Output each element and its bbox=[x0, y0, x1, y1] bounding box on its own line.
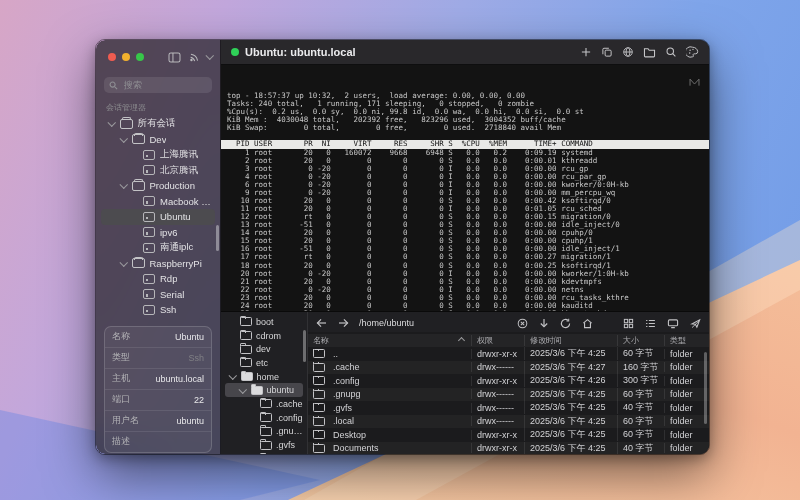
session-tree-item[interactable]: 南通iplc bbox=[101, 240, 215, 256]
file-tree-item[interactable]: dev bbox=[225, 342, 303, 356]
session-tree-item[interactable]: Dev bbox=[101, 132, 215, 148]
property-value: Ssh bbox=[188, 353, 204, 363]
file-tree-item[interactable]: .local bbox=[225, 452, 303, 454]
home-icon[interactable] bbox=[582, 318, 593, 329]
chevron-down-icon[interactable] bbox=[120, 180, 128, 188]
file-perm-cell: drwxr-xr-x bbox=[471, 430, 524, 440]
session-tree-item[interactable]: Ssh bbox=[101, 302, 215, 318]
session-icon bbox=[143, 165, 155, 175]
folder-icon[interactable] bbox=[643, 46, 656, 58]
session-tree-item[interactable]: Serial bbox=[101, 287, 215, 303]
file-row[interactable]: .configdrwxr-xr-x2025/3/6 下午 4:26300 字节f… bbox=[308, 374, 709, 388]
file-tree-item[interactable]: ubuntu bbox=[225, 383, 303, 397]
session-tree-item[interactable]: 北京腾讯 bbox=[101, 163, 215, 179]
chevron-down-icon[interactable] bbox=[108, 118, 116, 126]
property-value: 22 bbox=[194, 395, 204, 405]
chevron-down-icon[interactable] bbox=[120, 258, 128, 266]
globe-icon[interactable] bbox=[622, 46, 634, 58]
broadcast-icon[interactable] bbox=[188, 52, 200, 63]
column-header-type[interactable]: 类型 bbox=[664, 335, 709, 346]
folder-icon bbox=[240, 345, 252, 354]
file-type-cell: folder bbox=[664, 362, 709, 372]
sidebar-scrollbar[interactable] bbox=[216, 225, 219, 251]
file-tree-item[interactable]: home bbox=[225, 370, 303, 384]
session-tree-label: RaspberryPi bbox=[150, 258, 202, 269]
session-tree-item[interactable]: ipv6 bbox=[101, 225, 215, 241]
chevron-down-icon[interactable] bbox=[120, 134, 128, 142]
folder-icon bbox=[260, 427, 272, 436]
duplicate-icon[interactable] bbox=[601, 46, 613, 58]
file-row[interactable]: ..drwxr-xr-x2025/3/6 下午 4:2560 字节folder bbox=[308, 347, 709, 361]
sidebar-toggle-icon[interactable] bbox=[168, 52, 181, 63]
file-perm-cell: drwx------ bbox=[471, 403, 524, 413]
file-tree-scrollbar[interactable] bbox=[303, 330, 306, 362]
download-icon[interactable] bbox=[539, 318, 549, 329]
file-tree-item[interactable]: boot bbox=[225, 315, 303, 329]
file-row[interactable]: Desktopdrwxr-xr-x2025/3/6 下午 4:2560 字节fo… bbox=[308, 428, 709, 442]
file-row[interactable]: .localdrwx------2025/3/6 下午 4:2560 字节fol… bbox=[308, 415, 709, 429]
session-tree-item[interactable]: 所有会话 bbox=[101, 116, 215, 132]
terminal-output[interactable]: top - 18:57:37 up 10:32, 2 users, load a… bbox=[221, 65, 709, 311]
column-header-name[interactable]: 名称 bbox=[308, 335, 471, 346]
forward-arrow-icon[interactable] bbox=[338, 318, 349, 328]
column-header-size[interactable]: 大小 bbox=[617, 335, 664, 346]
chevron-down-icon[interactable] bbox=[239, 385, 247, 393]
column-header-perm[interactable]: 权限 bbox=[471, 335, 524, 346]
session-tree-item[interactable]: Macbook Pro bbox=[101, 194, 215, 210]
circle-x-icon[interactable] bbox=[517, 318, 528, 329]
file-tree-item[interactable]: .gvfs bbox=[225, 438, 303, 452]
file-tree-item[interactable]: cdrom bbox=[225, 329, 303, 343]
session-tree-item[interactable]: Production bbox=[101, 178, 215, 194]
file-tree-item[interactable]: etc bbox=[225, 356, 303, 370]
file-name-cell: .local bbox=[308, 416, 471, 426]
back-arrow-icon[interactable] bbox=[316, 318, 327, 328]
session-tree-label: Serial bbox=[160, 289, 184, 300]
chevron-down-icon[interactable] bbox=[229, 371, 237, 379]
file-table-scrollbar[interactable] bbox=[704, 352, 707, 424]
folder-icon bbox=[313, 417, 325, 426]
session-tree-item[interactable]: 上海腾讯 bbox=[101, 147, 215, 163]
column-header-mtime[interactable]: 修改时间 bbox=[524, 335, 617, 346]
refresh-icon[interactable] bbox=[560, 318, 571, 329]
search-input[interactable] bbox=[122, 79, 206, 91]
main-area: Ubuntu: ubuntu.local top - 18:57:37 up 1… bbox=[221, 40, 709, 454]
file-tree-label: boot bbox=[256, 317, 274, 327]
zoom-window-button[interactable] bbox=[136, 53, 144, 61]
property-label: 名称 bbox=[112, 330, 130, 343]
file-row[interactable]: Documentsdrwxr-xr-x2025/3/6 下午 4:2540 字节… bbox=[308, 442, 709, 455]
list-view-icon[interactable] bbox=[645, 318, 656, 329]
file-tree-item[interactable]: .cache bbox=[225, 397, 303, 411]
file-perm-cell: drwx------ bbox=[471, 389, 524, 399]
session-manager-label: 会话管理器 bbox=[106, 102, 210, 113]
minimize-window-button[interactable] bbox=[122, 53, 130, 61]
file-row[interactable]: .gvfsdrwx------2025/3/6 下午 4:2540 字节fold… bbox=[308, 401, 709, 415]
palette-icon[interactable] bbox=[686, 46, 699, 58]
file-tree-item[interactable]: .config bbox=[225, 411, 303, 425]
current-path[interactable]: /home/ubuntu bbox=[359, 318, 414, 328]
search-icon[interactable] bbox=[665, 46, 677, 58]
property-row: 端口22 bbox=[105, 389, 211, 410]
file-row[interactable]: .gnupgdrwx------2025/3/6 下午 4:2560 字节fol… bbox=[308, 388, 709, 402]
plus-icon[interactable] bbox=[580, 46, 592, 58]
close-window-button[interactable] bbox=[108, 53, 116, 61]
session-icon bbox=[143, 212, 155, 222]
folder-icon bbox=[260, 399, 272, 408]
session-tree-label: Ssh bbox=[160, 304, 176, 315]
session-tree-item[interactable]: RaspberryPi bbox=[101, 256, 215, 272]
file-row[interactable]: .cachedrwx------2025/3/6 下午 4:27160 字节fo… bbox=[308, 361, 709, 375]
transfers-disabled-icon[interactable] bbox=[690, 318, 701, 329]
session-tree-label: 上海腾讯 bbox=[160, 148, 198, 161]
search-box[interactable] bbox=[104, 77, 212, 93]
keyboard-icon[interactable] bbox=[688, 77, 701, 87]
monitor-view-icon[interactable] bbox=[667, 318, 679, 329]
session-tree-item[interactable]: Ubuntu bbox=[101, 209, 215, 225]
search-icon bbox=[109, 81, 118, 90]
file-tree-item[interactable]: .gnupg bbox=[225, 425, 303, 439]
session-tree-label: Macbook Pro bbox=[160, 196, 215, 207]
property-row: 名称Ubuntu bbox=[105, 327, 211, 347]
grid-view-icon[interactable] bbox=[623, 318, 634, 329]
chevron-down-icon[interactable] bbox=[205, 52, 213, 60]
session-tree-item[interactable]: Rdp bbox=[101, 271, 215, 287]
file-type-cell: folder bbox=[664, 389, 709, 399]
folder-group-icon bbox=[132, 258, 145, 268]
